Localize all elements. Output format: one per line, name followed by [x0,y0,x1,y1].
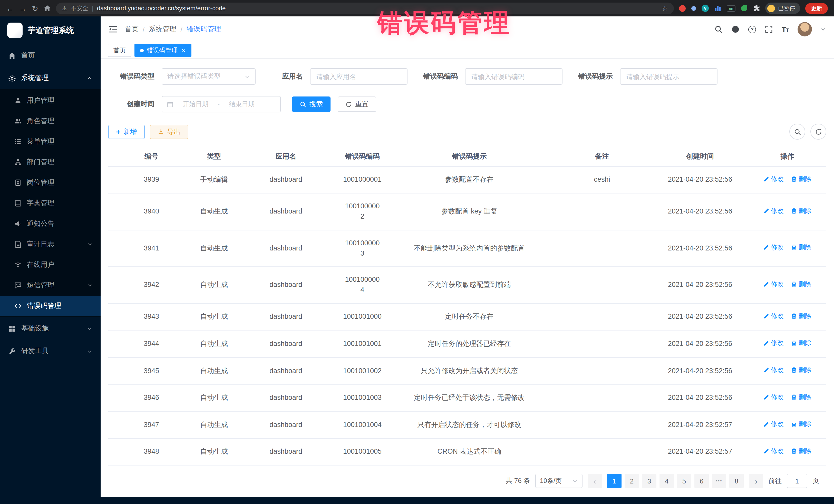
edit-button[interactable]: 修改 [763,311,784,321]
breadcrumb-system[interactable]: 系统管理 [149,25,177,34]
page-button[interactable]: ••• [712,474,726,488]
chart-extension-icon[interactable] [715,5,721,11]
edit-button[interactable]: 修改 [763,206,784,216]
search-toggle-button[interactable] [789,124,805,139]
page-button[interactable]: 1 [607,474,621,488]
delete-button[interactable]: 删除 [791,174,811,184]
tab-error-code[interactable]: 错误码管理 × [134,44,191,57]
delete-button[interactable]: 删除 [791,280,811,289]
sidebar-item[interactable]: 通知公告 [0,214,101,234]
page-size-select[interactable]: 10条/页 [535,474,583,488]
goto-page-input[interactable] [787,474,807,488]
profile-chip[interactable]: 已暂停 [765,3,800,14]
delete-button[interactable]: 删除 [791,446,811,456]
signal-icon [14,261,22,268]
user-avatar[interactable] [797,22,812,37]
delete-button-label: 删除 [798,311,811,321]
edit-button[interactable]: 修改 [763,243,784,253]
page-button[interactable]: 5 [677,474,691,488]
cell-actions: 修改 删除 [748,303,826,330]
delete-button[interactable]: 删除 [791,243,811,253]
sidebar-item[interactable]: 审计日志 [0,234,101,255]
v-extension-icon[interactable]: V [702,5,709,12]
github-icon[interactable] [731,25,740,34]
next-page-button[interactable]: › [749,474,763,488]
chevron-down-icon[interactable] [821,27,826,32]
page-button[interactable]: 6 [695,474,709,488]
back-icon[interactable]: ← [6,4,14,12]
refresh-table-button[interactable] [810,124,826,139]
badge-icon [14,179,22,186]
edit-button[interactable]: 修改 [763,366,784,375]
edit-button[interactable]: 修改 [763,392,784,402]
page-button[interactable]: 4 [659,474,674,488]
add-button[interactable]: + 新增 [108,125,145,139]
delete-button[interactable]: 删除 [791,366,811,375]
sidebar-item[interactable]: 用户管理 [0,90,101,111]
red-extension-icon[interactable] [679,5,686,12]
error-code-input[interactable] [465,68,563,85]
sidebar-group[interactable]: 研发工具 [0,340,101,363]
edit-button[interactable]: 修改 [763,446,784,456]
menu-fold-icon[interactable] [109,26,117,33]
delete-button[interactable]: 删除 [791,206,811,216]
delete-button-label: 删除 [798,174,811,184]
close-tab-icon[interactable]: × [182,47,185,53]
search-button[interactable]: 搜索 [292,96,331,112]
table-row: 3941 自动生成 dashboard 100100000 3 不能删除类型为系… [108,230,826,267]
edit-button[interactable]: 修改 [763,419,784,429]
search-icon[interactable] [715,25,723,34]
cell-msg: 定时任务已经处于该状态，无需修改 [387,385,552,411]
export-button[interactable]: 导出 [150,125,188,139]
sidebar-item[interactable]: 菜单管理 [0,131,101,152]
delete-button[interactable]: 删除 [791,392,811,402]
extensions-puzzle-icon[interactable] [753,5,760,12]
table-row: 3943 自动生成 dashboard 1001001000 定时任务不存在 2… [108,303,826,330]
edit-button-label: 修改 [771,311,784,321]
app-name-input[interactable] [310,68,408,85]
sidebar-item[interactable]: 角色管理 [0,111,101,131]
logo[interactable]: 芋道管理系统 [0,17,101,44]
reload-icon[interactable]: ↻ [32,4,38,12]
prev-page-button[interactable]: ‹ [588,474,602,488]
fullscreen-icon[interactable] [765,25,773,34]
sidebar-item[interactable]: 字典管理 [0,193,101,214]
sidebar-item[interactable]: 错误码管理 [0,295,101,316]
sidebar-item-home[interactable]: 首页 [0,44,101,67]
end-date-input[interactable] [223,101,261,108]
breadcrumb-home[interactable]: 首页 [125,25,138,34]
font-size-icon[interactable]: TT [782,26,789,33]
date-range-picker[interactable]: - [162,96,281,112]
cell-type: 自动生成 [195,230,234,267]
delete-button[interactable]: 删除 [791,338,811,348]
delete-button[interactable]: 删除 [791,311,811,321]
tab-home[interactable]: 首页 [108,44,131,57]
delete-button[interactable]: 删除 [791,419,811,429]
reset-button[interactable]: 重置 [338,96,376,112]
start-date-input[interactable] [177,101,215,108]
page-button[interactable]: 2 [624,474,639,488]
forward-icon[interactable]: → [19,4,27,12]
bookmark-star-icon[interactable]: ☆ [662,4,668,12]
sidebar-item[interactable]: 短信管理 [0,275,101,295]
sidebar-group-system[interactable]: 系统管理 [0,67,101,89]
browser-home-icon[interactable] [43,5,50,12]
blue-dot-extension-icon[interactable] [691,6,696,10]
sidebar-group[interactable]: 基础设施 [0,317,101,340]
edit-button[interactable]: 修改 [763,280,784,289]
help-icon[interactable]: ? [748,25,756,33]
sidebar-item[interactable]: 部门管理 [0,152,101,172]
plus-icon: + [116,128,120,135]
on-badge-extension-icon[interactable]: on [727,5,736,12]
sidebar-item[interactable]: 岗位管理 [0,172,101,193]
sidebar-item[interactable]: 在线用户 [0,255,101,275]
update-button[interactable]: 更新 [805,3,828,14]
green-extension-icon[interactable] [741,5,747,11]
page-button[interactable]: 3 [642,474,656,488]
error-type-select[interactable]: 请选择错误码类型 [162,68,256,85]
edit-button[interactable]: 修改 [763,174,784,184]
edit-button[interactable]: 修改 [763,338,784,348]
page-button[interactable]: 8 [729,474,744,488]
error-msg-input[interactable] [620,68,718,85]
address-bar[interactable]: ⚠ 不安全 | dashboard.yudao.iocoder.cn/syste… [56,2,674,14]
